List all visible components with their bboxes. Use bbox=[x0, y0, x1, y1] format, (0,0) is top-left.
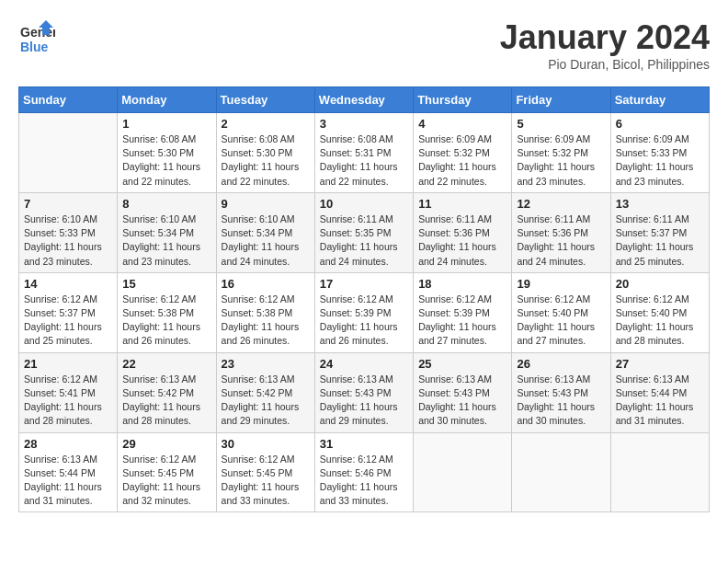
day-number: 13 bbox=[616, 197, 704, 211]
calendar-title: January 2024 bbox=[500, 18, 710, 57]
day-number: 26 bbox=[517, 357, 605, 371]
day-info: Sunrise: 6:12 AM Sunset: 5:38 PM Dayligh… bbox=[122, 293, 210, 349]
calendar-cell: 7Sunrise: 6:10 AM Sunset: 5:33 PM Daylig… bbox=[19, 192, 118, 272]
calendar-cell: 27Sunrise: 6:13 AM Sunset: 5:44 PM Dayli… bbox=[610, 352, 709, 432]
day-number: 18 bbox=[418, 277, 506, 291]
day-info: Sunrise: 6:12 AM Sunset: 5:46 PM Dayligh… bbox=[320, 453, 408, 509]
calendar-cell: 4Sunrise: 6:09 AM Sunset: 5:32 PM Daylig… bbox=[414, 113, 512, 193]
day-of-week-header: Monday bbox=[118, 87, 216, 113]
calendar-cell: 21Sunrise: 6:12 AM Sunset: 5:41 PM Dayli… bbox=[19, 352, 118, 432]
day-number: 24 bbox=[320, 357, 408, 371]
day-number: 8 bbox=[122, 197, 210, 211]
day-info: Sunrise: 6:12 AM Sunset: 5:45 PM Dayligh… bbox=[122, 453, 210, 509]
calendar-cell: 23Sunrise: 6:13 AM Sunset: 5:42 PM Dayli… bbox=[216, 352, 314, 432]
day-info: Sunrise: 6:12 AM Sunset: 5:39 PM Dayligh… bbox=[320, 293, 408, 349]
calendar-cell: 14Sunrise: 6:12 AM Sunset: 5:37 PM Dayli… bbox=[19, 272, 118, 352]
calendar-cell: 8Sunrise: 6:10 AM Sunset: 5:34 PM Daylig… bbox=[118, 192, 216, 272]
day-info: Sunrise: 6:08 AM Sunset: 5:31 PM Dayligh… bbox=[320, 132, 408, 189]
calendar-subtitle: Pio Duran, Bicol, Philippines bbox=[500, 57, 710, 72]
day-info: Sunrise: 6:12 AM Sunset: 5:40 PM Dayligh… bbox=[517, 293, 605, 349]
logo-icon: General Blue bbox=[18, 18, 55, 59]
logo: General Blue bbox=[18, 18, 55, 59]
calendar-cell: 6Sunrise: 6:09 AM Sunset: 5:33 PM Daylig… bbox=[610, 113, 709, 193]
day-number: 9 bbox=[222, 197, 310, 211]
calendar-cell: 26Sunrise: 6:13 AM Sunset: 5:43 PM Dayli… bbox=[512, 352, 610, 432]
day-info: Sunrise: 6:13 AM Sunset: 5:43 PM Dayligh… bbox=[517, 373, 605, 429]
day-info: Sunrise: 6:11 AM Sunset: 5:37 PM Dayligh… bbox=[616, 213, 704, 269]
calendar-cell: 31Sunrise: 6:12 AM Sunset: 5:46 PM Dayli… bbox=[314, 432, 413, 512]
calendar-cell: 25Sunrise: 6:13 AM Sunset: 5:43 PM Dayli… bbox=[414, 352, 512, 432]
calendar-cell: 1Sunrise: 6:08 AM Sunset: 5:30 PM Daylig… bbox=[118, 113, 216, 193]
day-number: 31 bbox=[320, 437, 408, 451]
calendar-cell: 16Sunrise: 6:12 AM Sunset: 5:38 PM Dayli… bbox=[216, 272, 314, 352]
calendar-cell: 2Sunrise: 6:08 AM Sunset: 5:30 PM Daylig… bbox=[216, 113, 314, 193]
page-header: General Blue January 2024 Pio Duran, Bic… bbox=[18, 18, 710, 72]
day-number: 21 bbox=[24, 357, 112, 371]
day-info: Sunrise: 6:09 AM Sunset: 5:32 PM Dayligh… bbox=[418, 132, 506, 189]
calendar-cell: 17Sunrise: 6:12 AM Sunset: 5:39 PM Dayli… bbox=[314, 272, 413, 352]
day-number: 30 bbox=[222, 437, 310, 451]
day-info: Sunrise: 6:13 AM Sunset: 5:42 PM Dayligh… bbox=[222, 373, 310, 429]
day-number: 20 bbox=[616, 277, 704, 291]
calendar-cell bbox=[512, 432, 610, 512]
calendar-week-row: 7Sunrise: 6:10 AM Sunset: 5:33 PM Daylig… bbox=[19, 192, 710, 272]
calendar-header-row: SundayMondayTuesdayWednesdayThursdayFrid… bbox=[19, 87, 710, 113]
day-info: Sunrise: 6:13 AM Sunset: 5:44 PM Dayligh… bbox=[24, 453, 112, 509]
calendar-cell: 18Sunrise: 6:12 AM Sunset: 5:39 PM Dayli… bbox=[414, 272, 512, 352]
calendar-cell bbox=[414, 432, 512, 512]
day-of-week-header: Sunday bbox=[19, 87, 118, 113]
day-number: 23 bbox=[222, 357, 310, 371]
calendar-cell: 11Sunrise: 6:11 AM Sunset: 5:36 PM Dayli… bbox=[414, 192, 512, 272]
day-info: Sunrise: 6:12 AM Sunset: 5:40 PM Dayligh… bbox=[616, 293, 704, 349]
calendar-cell: 15Sunrise: 6:12 AM Sunset: 5:38 PM Dayli… bbox=[118, 272, 216, 352]
calendar-week-row: 21Sunrise: 6:12 AM Sunset: 5:41 PM Dayli… bbox=[19, 352, 710, 432]
day-info: Sunrise: 6:10 AM Sunset: 5:33 PM Dayligh… bbox=[24, 213, 112, 269]
day-number: 22 bbox=[122, 357, 210, 371]
day-number: 5 bbox=[517, 117, 605, 131]
calendar-cell: 10Sunrise: 6:11 AM Sunset: 5:35 PM Dayli… bbox=[314, 192, 413, 272]
day-info: Sunrise: 6:11 AM Sunset: 5:35 PM Dayligh… bbox=[320, 213, 408, 269]
day-info: Sunrise: 6:08 AM Sunset: 5:30 PM Dayligh… bbox=[122, 132, 210, 189]
day-number: 1 bbox=[122, 117, 210, 131]
day-number: 28 bbox=[24, 437, 112, 451]
day-of-week-header: Wednesday bbox=[314, 87, 413, 113]
day-of-week-header: Friday bbox=[512, 87, 610, 113]
calendar-body: 1Sunrise: 6:08 AM Sunset: 5:30 PM Daylig… bbox=[19, 113, 710, 512]
day-info: Sunrise: 6:12 AM Sunset: 5:37 PM Dayligh… bbox=[24, 293, 112, 349]
day-number: 17 bbox=[320, 277, 408, 291]
day-number: 2 bbox=[222, 117, 310, 131]
day-number: 10 bbox=[320, 197, 408, 211]
day-number: 14 bbox=[24, 277, 112, 291]
day-info: Sunrise: 6:12 AM Sunset: 5:45 PM Dayligh… bbox=[222, 453, 310, 509]
day-info: Sunrise: 6:11 AM Sunset: 5:36 PM Dayligh… bbox=[418, 213, 506, 269]
calendar-cell: 20Sunrise: 6:12 AM Sunset: 5:40 PM Dayli… bbox=[610, 272, 709, 352]
day-number: 16 bbox=[222, 277, 310, 291]
calendar-cell: 19Sunrise: 6:12 AM Sunset: 5:40 PM Dayli… bbox=[512, 272, 610, 352]
svg-text:Blue: Blue bbox=[20, 40, 49, 54]
day-info: Sunrise: 6:08 AM Sunset: 5:30 PM Dayligh… bbox=[222, 132, 310, 189]
day-info: Sunrise: 6:13 AM Sunset: 5:43 PM Dayligh… bbox=[320, 373, 408, 429]
day-info: Sunrise: 6:10 AM Sunset: 5:34 PM Dayligh… bbox=[222, 213, 310, 269]
calendar-cell: 30Sunrise: 6:12 AM Sunset: 5:45 PM Dayli… bbox=[216, 432, 314, 512]
calendar-cell: 5Sunrise: 6:09 AM Sunset: 5:32 PM Daylig… bbox=[512, 113, 610, 193]
day-of-week-header: Saturday bbox=[610, 87, 709, 113]
day-of-week-header: Tuesday bbox=[216, 87, 314, 113]
calendar-cell: 28Sunrise: 6:13 AM Sunset: 5:44 PM Dayli… bbox=[19, 432, 118, 512]
day-number: 29 bbox=[122, 437, 210, 451]
day-number: 6 bbox=[616, 117, 704, 131]
calendar-week-row: 28Sunrise: 6:13 AM Sunset: 5:44 PM Dayli… bbox=[19, 432, 710, 512]
day-number: 12 bbox=[517, 197, 605, 211]
calendar-cell: 9Sunrise: 6:10 AM Sunset: 5:34 PM Daylig… bbox=[216, 192, 314, 272]
day-info: Sunrise: 6:13 AM Sunset: 5:44 PM Dayligh… bbox=[616, 373, 704, 429]
calendar-week-row: 14Sunrise: 6:12 AM Sunset: 5:37 PM Dayli… bbox=[19, 272, 710, 352]
calendar-cell: 3Sunrise: 6:08 AM Sunset: 5:31 PM Daylig… bbox=[314, 113, 413, 193]
day-info: Sunrise: 6:13 AM Sunset: 5:42 PM Dayligh… bbox=[122, 373, 210, 429]
calendar-cell bbox=[19, 113, 118, 193]
calendar-week-row: 1Sunrise: 6:08 AM Sunset: 5:30 PM Daylig… bbox=[19, 113, 710, 193]
day-number: 3 bbox=[320, 117, 408, 131]
calendar-cell bbox=[610, 432, 709, 512]
day-info: Sunrise: 6:12 AM Sunset: 5:41 PM Dayligh… bbox=[24, 373, 112, 429]
calendar-cell: 13Sunrise: 6:11 AM Sunset: 5:37 PM Dayli… bbox=[610, 192, 709, 272]
calendar-cell: 29Sunrise: 6:12 AM Sunset: 5:45 PM Dayli… bbox=[118, 432, 216, 512]
day-info: Sunrise: 6:13 AM Sunset: 5:43 PM Dayligh… bbox=[418, 373, 506, 429]
